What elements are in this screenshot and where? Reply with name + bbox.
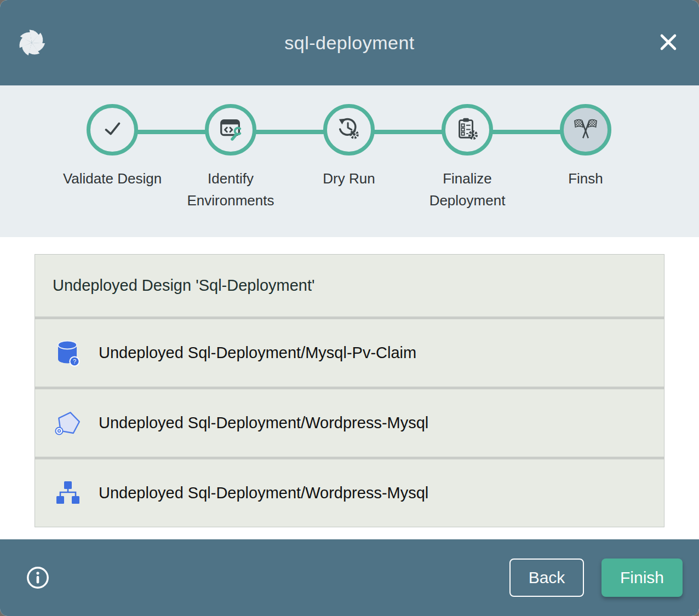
info-button[interactable]	[25, 565, 50, 590]
code-wrench-icon	[218, 116, 243, 143]
result-text: Undeployed Sql-Deployment/Wordpress-Mysq…	[99, 414, 428, 432]
results-list: Undeployed Design 'Sql-Deployment' ? Und…	[35, 254, 664, 527]
step-dry-run: Dry Run	[290, 104, 408, 211]
step-finish: Finsh	[526, 104, 645, 211]
database-question-icon: ?	[54, 339, 82, 367]
dialog-footer: Back Finish	[0, 539, 699, 616]
checkered-flags-icon	[573, 116, 598, 143]
results-panel: Undeployed Design 'Sql-Deployment' ? Und…	[0, 237, 699, 539]
dialog-header: sql-deployment	[0, 0, 699, 85]
results-header-text: Undeployed Design 'Sql-Deployment'	[53, 277, 315, 295]
step-label: Finalize Deployment	[410, 168, 525, 211]
result-text: Undeployed Sql-Deployment/Mysql-Pv-Claim	[99, 344, 416, 362]
wizard-stepper: Validate Design Ident	[0, 85, 699, 237]
step-identify-environments: Identify Environments	[171, 104, 290, 211]
svg-text:?: ?	[73, 358, 76, 365]
deployment-wizard-dialog: sql-deployment Validate Design	[0, 0, 699, 616]
clipboard-gear-icon	[455, 116, 480, 143]
result-row: Undeployed Sql-Deployment/Wordpress-Mysq…	[35, 389, 664, 457]
hierarchy-nodes-icon	[54, 479, 82, 508]
step-label: Finsh	[568, 168, 603, 189]
result-row: Undeployed Sql-Deployment/Wordpress-Mysq…	[35, 459, 664, 527]
meshery-pinwheel-icon	[18, 28, 46, 57]
step-label: Identify Environments	[173, 168, 288, 211]
close-button[interactable]	[656, 31, 680, 55]
step-label: Dry Run	[323, 168, 375, 189]
checkmark-icon	[100, 116, 125, 143]
info-icon	[25, 565, 50, 590]
result-text: Undeployed Sql-Deployment/Wordpress-Mysq…	[99, 484, 428, 502]
finish-button[interactable]: Finish	[601, 559, 683, 597]
step-label: Validate Design	[63, 168, 162, 189]
history-gear-icon	[336, 116, 362, 143]
back-button[interactable]: Back	[509, 559, 584, 597]
dialog-title: sql-deployment	[0, 32, 699, 54]
step-validate-design: Validate Design	[53, 104, 171, 211]
step-finalize-deployment: Finalize Deployment	[408, 104, 526, 211]
pentagon-badge-icon	[54, 409, 82, 437]
results-header-row: Undeployed Design 'Sql-Deployment'	[35, 255, 664, 316]
close-x-icon	[657, 31, 679, 55]
result-row: ? Undeployed Sql-Deployment/Mysql-Pv-Cla…	[35, 319, 664, 387]
